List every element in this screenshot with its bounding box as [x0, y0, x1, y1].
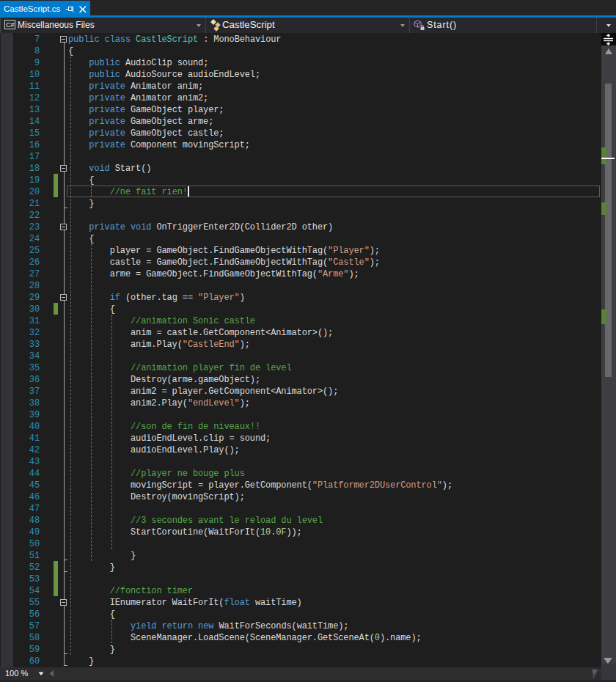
svg-text:C#: C#: [6, 21, 15, 29]
